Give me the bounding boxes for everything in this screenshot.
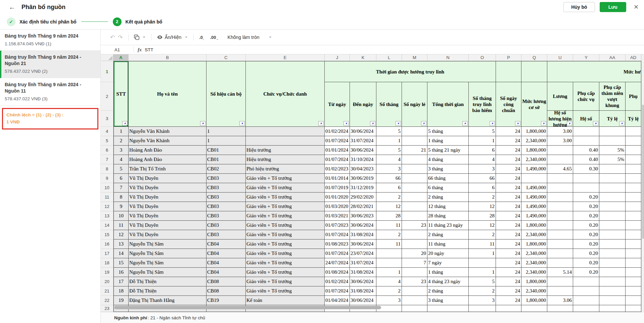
cell[interactable]: 12 [113, 230, 129, 239]
cell[interactable]: 1 [469, 249, 496, 258]
cell[interactable]: Vũ Thị Duyên [129, 221, 206, 230]
cell[interactable]: 28 [376, 211, 402, 221]
cell[interactable] [626, 127, 641, 136]
cell[interactable] [626, 155, 641, 164]
back-arrow-icon[interactable]: ← [9, 3, 15, 11]
cell[interactable]: Đỗ Thị Thiện [129, 286, 206, 296]
cell[interactable] [547, 146, 573, 155]
cell[interactable]: 1 tháng [427, 268, 469, 277]
cell[interactable] [573, 296, 599, 305]
cell[interactable]: 66 tháng [427, 174, 469, 183]
cell[interactable] [573, 136, 599, 146]
cell[interactable]: 1,490,000 [521, 211, 547, 221]
row-header-23[interactable]: 23 [101, 305, 113, 312]
header-seniority-allowance[interactable]: Phụ cấp thâm niên vượt khung [599, 82, 626, 111]
cell[interactable]: Hiệu trưởng [246, 155, 325, 164]
header-standard-days[interactable]: Số ngày công chuẩn▾ [496, 82, 521, 127]
column-header-U[interactable]: U [547, 54, 573, 61]
cell[interactable]: 1 [206, 136, 246, 146]
cell[interactable]: 4 [469, 155, 496, 164]
cell[interactable]: CB02 [206, 164, 246, 174]
cell[interactable]: 5 [376, 127, 402, 136]
cell[interactable]: 12 [376, 202, 402, 211]
filter-icon[interactable]: ▾ [593, 121, 598, 126]
cell[interactable]: 2 tháng [427, 230, 469, 239]
cell[interactable] [402, 183, 427, 193]
cell[interactable]: Hiệu trưởng [246, 146, 325, 155]
cell[interactable]: 11 [376, 239, 402, 249]
cell[interactable]: CB01 [206, 146, 246, 155]
header-empty-q[interactable] [521, 61, 547, 82]
cell[interactable]: 30/06/2024 [350, 239, 376, 249]
rounding-mode-label[interactable]: Không làm tròn [228, 35, 260, 40]
cell[interactable]: 0.20 [573, 211, 599, 221]
header-stt[interactable]: STT ▾ [113, 61, 129, 127]
cell[interactable]: Giáo viên + Tổ trưởng [246, 202, 325, 211]
cell[interactable]: Nguyễn Thị Sâm [129, 239, 206, 249]
cell[interactable]: 20 ngày [427, 249, 469, 258]
header-total-time[interactable]: Tổng thời gian▾ [427, 82, 469, 127]
cell[interactable]: 2 [469, 193, 496, 202]
row-header-15[interactable]: 15 [101, 230, 113, 239]
cell[interactable] [376, 249, 402, 258]
cell[interactable] [626, 164, 641, 174]
cell[interactable]: Giáo viên + Tổ trưởng [246, 239, 325, 249]
cell[interactable]: CB03 [206, 174, 246, 183]
cell[interactable]: 3 [469, 164, 496, 174]
column-header-K[interactable]: K [350, 54, 376, 61]
row-header-2[interactable]: 2 [101, 82, 113, 111]
cell[interactable]: 2 [469, 230, 496, 239]
cell[interactable]: 30/06/2019 [350, 174, 376, 183]
cell[interactable]: 30/06/2024 [350, 127, 376, 136]
cell[interactable]: 0.30 [573, 164, 599, 174]
row-header-7[interactable]: 7 [101, 155, 113, 164]
header-rate-cut[interactable]: Tỷ lệ [626, 111, 641, 127]
column-header-L[interactable]: L [376, 54, 402, 61]
cell[interactable]: 01/02/2023 [325, 164, 350, 174]
cell[interactable]: 18 [113, 286, 129, 296]
filter-icon[interactable]: ▾ [515, 121, 520, 126]
row-header-21[interactable]: 21 [101, 286, 113, 296]
cell[interactable] [599, 296, 626, 305]
cell[interactable] [599, 127, 626, 136]
cell[interactable] [599, 249, 626, 258]
cell[interactable]: 31/07/2024 [350, 136, 376, 146]
cell[interactable]: CB03 [206, 202, 246, 211]
header-to-date[interactable]: Đến ngày▾ [350, 82, 376, 127]
cell[interactable]: 24 [496, 136, 521, 146]
cell[interactable]: 4.65 [547, 164, 573, 174]
cell[interactable]: 4 [376, 277, 402, 286]
cell[interactable]: 1,490,000 [521, 202, 547, 211]
cell[interactable]: 1,800,000 [521, 146, 547, 155]
cell[interactable] [246, 136, 325, 146]
row-header-14[interactable]: 14 [101, 221, 113, 230]
cell[interactable]: 2,340,000 [521, 258, 547, 268]
cell[interactable]: 16 [113, 268, 129, 277]
header-salary-coefficient[interactable]: Hệ số lương hiện hưởng▾ [547, 111, 573, 127]
cell[interactable] [521, 174, 547, 183]
row-header-11[interactable]: 11 [101, 193, 113, 202]
cell[interactable]: 3.06 [547, 296, 573, 305]
cell[interactable] [626, 221, 641, 230]
cell[interactable]: 1,800,000 [521, 296, 547, 305]
cell[interactable]: 0.20 [573, 258, 599, 268]
column-header-O[interactable]: O [469, 54, 496, 61]
row-header-20[interactable]: 20 [101, 277, 113, 286]
cell[interactable] [402, 305, 427, 312]
close-icon[interactable]: ✕ [634, 3, 639, 11]
cell[interactable]: 17 [113, 277, 129, 286]
cell[interactable]: 24 [496, 268, 521, 277]
sidebar-item-source-11[interactable]: Bảng truy lĩnh Tháng 9 năm 2024 - Nguồn … [0, 78, 100, 106]
cell[interactable]: 31/12/2019 [350, 183, 376, 193]
cell[interactable] [376, 258, 402, 268]
cell[interactable]: 1,490,000 [521, 164, 547, 174]
cell[interactable] [547, 174, 573, 183]
cell[interactable] [626, 305, 641, 312]
filter-icon[interactable]: ▾ [541, 121, 546, 126]
cell[interactable]: Vũ Thị Duyên [129, 202, 206, 211]
cell[interactable] [547, 277, 573, 286]
cell[interactable] [626, 211, 641, 221]
cell[interactable]: 1,800,000 [521, 127, 547, 136]
cell[interactable]: 01/07/2023 [325, 221, 350, 230]
cell[interactable]: 5 [469, 127, 496, 136]
